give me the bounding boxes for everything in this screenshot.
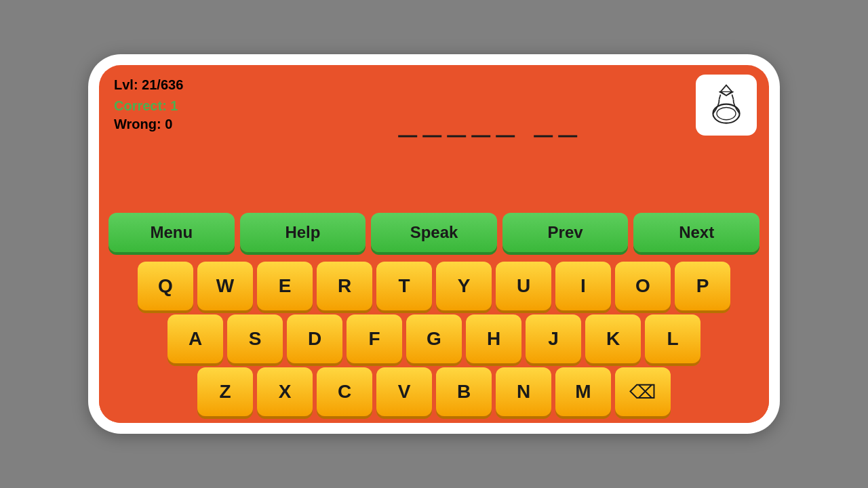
blank-5 <box>496 136 515 138</box>
blank-1 <box>398 136 417 138</box>
controls-row: Menu Help Speak Prev Next <box>99 207 769 258</box>
blank-7 <box>558 136 577 138</box>
key-k[interactable]: K <box>585 314 641 363</box>
blank-4 <box>471 136 490 138</box>
key-e[interactable]: E <box>257 262 313 310</box>
blank-3 <box>447 136 466 138</box>
keyboard-row-2: A S D F G H J K L <box>106 314 762 363</box>
key-m[interactable]: M <box>555 367 611 416</box>
menu-button[interactable]: Menu <box>108 213 235 252</box>
ring-icon <box>703 81 750 129</box>
svg-line-4 <box>719 95 721 100</box>
blank-2 <box>422 136 441 138</box>
wrong-label: Wrong: 0 <box>114 117 754 132</box>
key-d[interactable]: D <box>287 314 342 363</box>
top-area: Lvl: 21/636 Correct: 1 Wrong: 0 <box>99 65 769 207</box>
blank-6 <box>534 136 553 138</box>
key-s[interactable]: S <box>227 314 283 363</box>
key-l[interactable]: L <box>645 314 701 363</box>
keyboard-row-3: Z X C V B N M ⌫ <box>106 367 762 416</box>
svg-line-5 <box>732 95 733 100</box>
key-u[interactable]: U <box>496 262 551 310</box>
keyboard: Q W E R T Y U I O P A S D F G H J K L <box>99 258 769 423</box>
backspace-icon: ⌫ <box>629 381 656 403</box>
key-a[interactable]: A <box>167 314 223 363</box>
key-p[interactable]: P <box>675 262 730 310</box>
device: Lvl: 21/636 Correct: 1 Wrong: 0 <box>88 54 780 434</box>
key-i[interactable]: I <box>555 262 611 310</box>
keyboard-row-1: Q W E R T Y U I O P <box>106 262 762 310</box>
key-q[interactable]: Q <box>138 262 193 310</box>
prev-button[interactable]: Prev <box>502 213 629 252</box>
correct-label: Correct: 1 <box>114 98 754 114</box>
key-y[interactable]: Y <box>436 262 492 310</box>
key-g[interactable]: G <box>406 314 462 363</box>
key-w[interactable]: W <box>197 262 253 310</box>
backspace-button[interactable]: ⌫ <box>615 367 671 416</box>
key-o[interactable]: O <box>615 262 671 310</box>
ring-image-box <box>696 75 757 136</box>
key-t[interactable]: T <box>376 262 432 310</box>
key-x[interactable]: X <box>257 367 313 416</box>
speak-button[interactable]: Speak <box>371 213 497 252</box>
key-j[interactable]: J <box>526 314 581 363</box>
next-button[interactable]: Next <box>633 213 760 252</box>
key-z[interactable]: Z <box>197 367 253 416</box>
word-display <box>398 136 577 138</box>
key-f[interactable]: F <box>347 314 402 363</box>
key-v[interactable]: V <box>376 367 432 416</box>
help-button[interactable]: Help <box>240 213 366 252</box>
key-r[interactable]: R <box>317 262 372 310</box>
screen: Lvl: 21/636 Correct: 1 Wrong: 0 <box>99 65 769 423</box>
level-label: Lvl: 21/636 <box>114 77 754 93</box>
svg-point-7 <box>717 108 736 120</box>
key-n[interactable]: N <box>496 367 551 416</box>
key-c[interactable]: C <box>317 367 372 416</box>
svg-marker-0 <box>721 85 732 96</box>
key-b[interactable]: B <box>436 367 492 416</box>
key-h[interactable]: H <box>466 314 521 363</box>
